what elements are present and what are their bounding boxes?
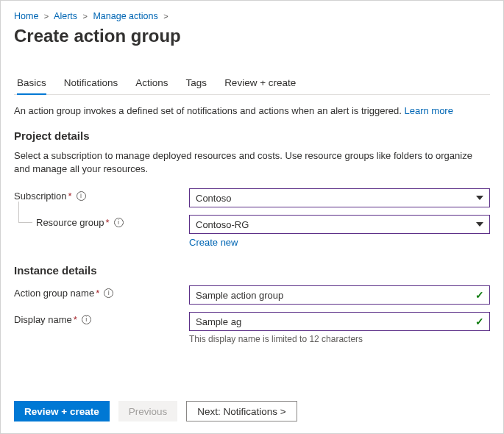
subscription-value: Contoso [196, 193, 231, 204]
action-group-name-label-text: Action group name [14, 288, 94, 299]
chevron-down-icon [476, 222, 483, 227]
display-name-label-text: Display name [14, 314, 72, 325]
breadcrumb: Home > Alerts > Manage actions > [14, 11, 490, 21]
instance-details-heading: Instance details [14, 264, 490, 277]
chevron-right-icon: > [44, 12, 49, 21]
display-name-input[interactable] [189, 312, 490, 331]
tab-bar: Basics Notifications Actions Tags Review… [14, 73, 490, 95]
page-title: Create action group [14, 26, 490, 46]
subscription-label-text: Subscription [14, 191, 67, 202]
required-asterisk: * [68, 191, 72, 202]
subscription-select[interactable]: Contoso [189, 188, 490, 207]
display-name-hint: This display name is limited to 12 chara… [189, 334, 490, 344]
resource-group-value: Contoso-RG [196, 219, 249, 230]
info-icon[interactable]: i [114, 218, 124, 227]
action-group-name-input[interactable] [189, 285, 490, 305]
previous-button: Previous [118, 401, 178, 421]
breadcrumb-manage-actions[interactable]: Manage actions [93, 11, 157, 21]
tab-notifications[interactable]: Notifications [64, 73, 118, 94]
breadcrumb-home[interactable]: Home [14, 11, 38, 21]
chevron-right-icon: > [83, 12, 88, 21]
project-details-description: Select a subscription to manage deployed… [14, 149, 490, 175]
intro-text: An action group invokes a defined set of… [14, 105, 490, 116]
next-notifications-button[interactable]: Next: Notifications > [186, 401, 297, 421]
resource-group-select[interactable]: Contoso-RG [189, 215, 490, 234]
subscription-label: Subscription * i [14, 188, 189, 202]
required-asterisk: * [74, 314, 77, 325]
tab-actions[interactable]: Actions [135, 73, 168, 94]
resource-group-label: Resource group * i [14, 215, 189, 228]
create-new-link[interactable]: Create new [189, 237, 238, 248]
chevron-down-icon [476, 196, 483, 200]
tab-tags[interactable]: Tags [186, 73, 207, 94]
resource-group-label-text: Resource group [36, 217, 104, 228]
required-asterisk: * [96, 288, 99, 299]
display-name-label: Display name * i [14, 312, 189, 325]
tab-basics[interactable]: Basics [17, 73, 46, 94]
tab-review-create[interactable]: Review + create [224, 73, 296, 94]
footer-bar: Review + create Previous Next: Notificat… [14, 401, 490, 421]
review-create-button[interactable]: Review + create [14, 401, 110, 421]
chevron-right-icon: > [163, 12, 168, 21]
info-icon[interactable]: i [77, 191, 86, 201]
required-asterisk: * [106, 217, 110, 228]
info-icon[interactable]: i [104, 288, 113, 298]
action-group-name-label: Action group name * i [14, 285, 189, 299]
breadcrumb-alerts[interactable]: Alerts [54, 11, 77, 21]
learn-more-link[interactable]: Learn more [404, 105, 452, 116]
info-icon[interactable]: i [82, 315, 91, 324]
project-details-heading: Project details [14, 129, 490, 142]
intro-body: An action group invokes a defined set of… [14, 105, 404, 116]
